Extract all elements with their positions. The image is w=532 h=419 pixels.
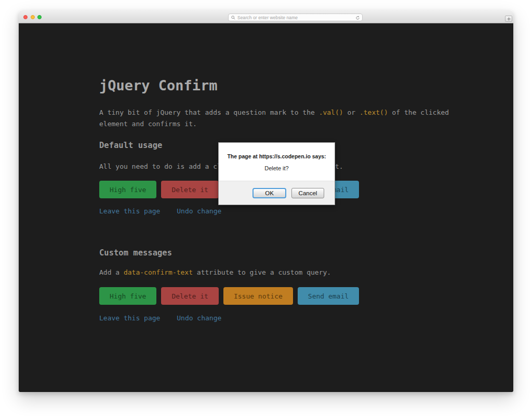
confirm-dialog-body: The page at https://s.codepen.io says: D… [219,143,335,181]
confirm-dialog-message: Delete it? [219,165,335,171]
issue-notice-button-2[interactable]: Issue notice [223,287,293,305]
custom-messages-buttons: High five Delete it Issue notice Send em… [99,287,359,305]
page-title: jQuery Confirm [99,78,218,92]
zoom-window-button[interactable] [37,15,42,19]
minimize-window-button[interactable] [31,15,35,19]
new-tab-button[interactable] [505,16,512,22]
delete-it-button[interactable]: Delete it [161,181,218,198]
custom-messages-description: Add a data-confirm-text attribute to giv… [99,267,331,278]
custom-text-post: attribute to give a custom query. [193,268,331,276]
leave-this-page-link-2[interactable]: Leave this page [99,314,160,322]
code-data-confirm-text: data-confirm-text [124,268,193,276]
cancel-button[interactable]: Cancel [291,188,324,198]
default-usage-links: Leave this page Undo change [99,208,234,215]
address-bar[interactable]: Search or enter website name [228,13,363,21]
undo-change-link-2[interactable]: Undo change [177,314,221,322]
close-window-button[interactable] [23,15,28,19]
confirm-dialog-title: The page at https://s.codepen.io says: [219,153,335,159]
search-icon [231,16,235,20]
intro-text-mid: or [343,109,360,116]
send-email-button-2[interactable]: Send email [298,287,359,305]
confirm-dialog: The page at https://s.codepen.io says: D… [218,142,335,205]
section-heading-custom-messages: Custom messages [99,249,172,257]
traffic-lights [23,15,42,19]
high-five-button-2[interactable]: High five [99,287,156,305]
address-bar-placeholder: Search or enter website name [237,15,298,20]
confirm-dialog-footer: OK Cancel [219,181,335,205]
reload-icon[interactable] [355,16,360,20]
custom-messages-links: Leave this page Undo change [99,315,234,322]
undo-change-link[interactable]: Undo change [177,207,221,215]
high-five-button[interactable]: High five [99,181,156,198]
intro-paragraph: A tiny bit of jQuery that adds a questio… [99,107,458,130]
code-text: .text() [360,109,388,116]
custom-text-pre: Add a [99,268,124,276]
browser-window: Search or enter website name jQuery Conf… [19,10,513,392]
browser-toolbar: Search or enter website name [19,10,513,23]
delete-it-button-2[interactable]: Delete it [161,287,218,305]
plus-icon [507,17,511,21]
leave-this-page-link[interactable]: Leave this page [99,207,160,215]
section-heading-default-usage: Default usage [99,141,162,150]
ok-button[interactable]: OK [252,188,286,198]
page-content: jQuery Confirm A tiny bit of jQuery that… [19,23,513,392]
code-val: .val() [319,109,343,116]
intro-text-pre: A tiny bit of jQuery that adds a questio… [99,109,319,116]
